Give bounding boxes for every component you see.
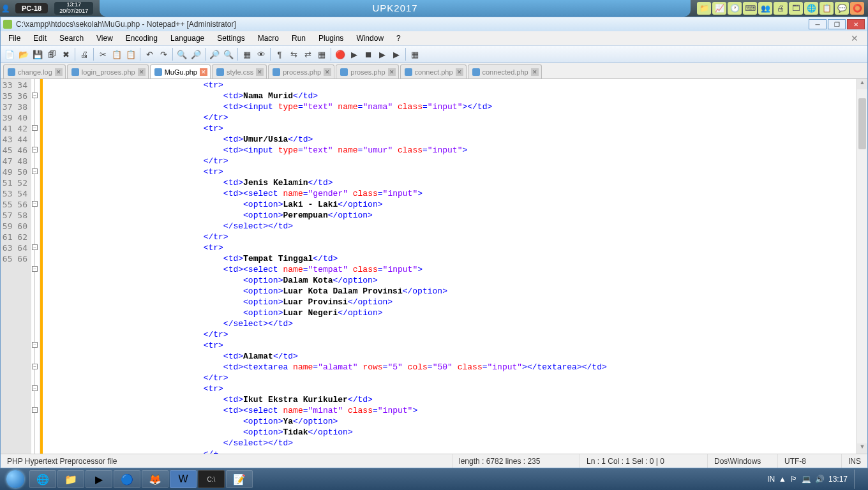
taskbar-app-notepadpp[interactable]: 📝 <box>226 470 253 488</box>
tray-icon[interactable]: 🕐 <box>728 2 742 15</box>
toolbar-button[interactable]: ▶ <box>376 48 389 61</box>
tray-icon[interactable]: 🌐 <box>804 2 818 15</box>
taskbar-app-explorer[interactable]: 📁 <box>57 470 84 488</box>
taskbar-app-chrome[interactable]: 🔵 <box>114 470 140 488</box>
tab-close-icon[interactable]: ✕ <box>388 68 396 76</box>
code-area[interactable]: <tr> <td>Nama Murid</td> <td><input type… <box>43 79 857 454</box>
toolbar-button[interactable]: 📂 <box>17 48 30 61</box>
toolbar-button[interactable]: 📋 <box>110 48 123 61</box>
file-tab[interactable]: connect.php✕ <box>400 64 467 78</box>
toolbar-button[interactable]: ↶ <box>143 48 156 61</box>
fold-toggle[interactable]: − <box>32 147 38 152</box>
tray-icon[interactable]: 🗔 <box>789 2 803 15</box>
taskbar-app-word[interactable]: W <box>170 470 197 488</box>
file-tab[interactable]: proses.php✕ <box>336 64 398 78</box>
fold-toggle[interactable]: − <box>32 266 38 272</box>
taskbar-app-media[interactable]: ▶ <box>86 470 112 488</box>
fold-toggle[interactable]: − <box>32 407 38 413</box>
toolbar-button[interactable]: ▦ <box>315 48 328 61</box>
tray-volume-icon[interactable]: 🔊 <box>815 475 825 484</box>
menu-help[interactable]: ? <box>391 33 406 44</box>
file-tab[interactable]: login_proses.php✕ <box>67 64 149 78</box>
taskbar-app-cmd[interactable]: C:\ <box>198 470 225 488</box>
tray-chevron-up-icon[interactable]: ▲ <box>779 475 786 484</box>
tray-icon[interactable]: 📈 <box>712 2 726 15</box>
file-tab[interactable]: style.css✕ <box>212 64 267 78</box>
file-tab[interactable]: connected.php✕ <box>468 64 542 78</box>
file-tab[interactable]: change.log✕ <box>3 64 66 78</box>
toolbar-button[interactable]: 🔍 <box>222 48 235 61</box>
tab-close-icon[interactable]: ✕ <box>324 68 331 76</box>
taskbar-app-ie[interactable]: 🌐 <box>29 470 56 488</box>
toolbar-button[interactable]: ¶ <box>273 48 286 61</box>
close-button[interactable]: ✕ <box>847 19 865 29</box>
menu-run[interactable]: Run <box>287 33 311 44</box>
toolbar-button[interactable]: ✖ <box>59 48 72 61</box>
toolbar-button[interactable]: ↷ <box>157 48 170 61</box>
toolbar-button[interactable]: ✂ <box>96 48 109 61</box>
toolbar-button[interactable]: 🔎 <box>208 48 221 61</box>
vertical-scrollbar[interactable]: ▲ ▼ <box>857 79 867 454</box>
fold-toggle[interactable]: − <box>32 201 38 207</box>
toolbar-button[interactable]: ⇄ <box>301 48 314 61</box>
tab-close-icon[interactable]: ✕ <box>531 68 539 76</box>
tray-icon[interactable]: 📋 <box>819 2 834 15</box>
file-tab[interactable]: MuGu.php✕ <box>150 64 211 78</box>
fold-toggle[interactable]: − <box>32 385 38 391</box>
tray-icon[interactable]: 🖨 <box>774 2 788 15</box>
toolbar-button[interactable]: 🖨 <box>78 48 91 61</box>
toolbar-button[interactable]: 👁 <box>255 48 267 61</box>
menu-plugins[interactable]: Plugins <box>313 33 348 44</box>
scroll-up-icon[interactable]: ▲ <box>857 79 867 89</box>
menu-macro[interactable]: Macro <box>253 33 284 44</box>
scroll-down-icon[interactable]: ▼ <box>857 443 867 454</box>
taskbar-app-firefox[interactable]: 🦊 <box>142 470 168 488</box>
toolbar-button[interactable]: ▦ <box>408 48 421 61</box>
toolbar-button[interactable]: 🔎 <box>190 48 202 61</box>
minimize-button[interactable]: ─ <box>809 19 827 29</box>
file-tab[interactable]: process.php✕ <box>268 64 334 78</box>
tray-icon[interactable]: ⭕ <box>850 2 864 15</box>
fold-toggle[interactable]: − <box>32 364 38 369</box>
tray-icon[interactable]: ⌨ <box>743 2 757 15</box>
maximize-button[interactable]: ❐ <box>828 19 846 29</box>
menu-window[interactable]: Window <box>351 33 389 44</box>
scrollbar-thumb[interactable] <box>858 98 866 149</box>
tab-close-icon[interactable]: ✕ <box>138 68 146 76</box>
menu-file[interactable]: File <box>3 33 26 44</box>
menu-view[interactable]: View <box>91 33 118 44</box>
toolbar-button[interactable]: ⇆ <box>287 48 300 61</box>
taskbar-lang[interactable]: IN <box>767 475 775 484</box>
fold-toggle[interactable]: − <box>32 342 38 348</box>
toolbar-button[interactable]: 💾 <box>31 48 44 61</box>
toolbar-button[interactable]: ▶ <box>390 48 403 61</box>
editor[interactable]: 33 34 35 36 37 38 39 40 41 42 43 44 45 4… <box>1 78 867 454</box>
menubar-close-icon[interactable]: ✕ <box>846 32 865 45</box>
tab-close-icon[interactable]: ✕ <box>200 68 207 76</box>
tab-close-icon[interactable]: ✕ <box>256 68 264 76</box>
tray-flag-icon[interactable]: 🏳 <box>790 475 798 484</box>
tray-network-icon[interactable]: 💻 <box>802 475 811 484</box>
toolbar-button[interactable]: 📋 <box>124 48 137 61</box>
toolbar-button[interactable]: 🗐 <box>45 48 58 61</box>
toolbar-button[interactable]: ▦ <box>241 48 253 61</box>
fold-toggle[interactable]: − <box>32 168 38 174</box>
toolbar-button[interactable]: ▶ <box>348 48 361 61</box>
tray-icon[interactable]: 👥 <box>758 2 772 15</box>
menu-language[interactable]: Language <box>165 33 209 44</box>
fold-toggle[interactable]: − <box>32 93 38 98</box>
toolbar-button[interactable]: 📄 <box>3 48 16 61</box>
taskbar-clock[interactable]: 13:17 <box>828 475 848 484</box>
menu-settings[interactable]: Settings <box>212 33 250 44</box>
start-button[interactable] <box>3 470 28 489</box>
toolbar-button[interactable]: ⏹ <box>362 48 375 61</box>
fold-toggle[interactable]: − <box>32 244 38 250</box>
toolbar-button[interactable]: 🔴 <box>334 48 347 61</box>
tray-icon[interactable]: 💬 <box>835 2 849 15</box>
tray-icon[interactable]: 📁 <box>697 2 711 15</box>
tab-close-icon[interactable]: ✕ <box>456 68 463 76</box>
menu-search[interactable]: Search <box>54 33 89 44</box>
show-desktop-button[interactable] <box>854 470 860 489</box>
menu-edit[interactable]: Edit <box>28 33 52 44</box>
menu-encoding[interactable]: Encoding <box>121 33 163 44</box>
